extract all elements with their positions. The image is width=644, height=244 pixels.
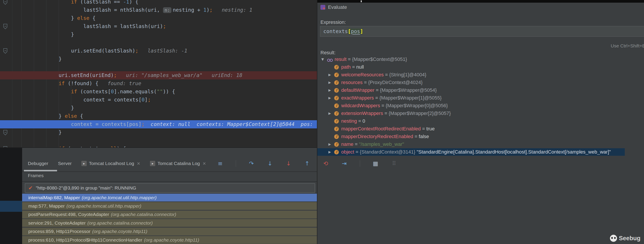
bookmark-icon[interactable] — [3, 48, 8, 55]
code-line[interactable]: } — [71, 104, 74, 112]
result-tree-row[interactable]: ▶fobject = {StandardContext@3141} "Stand… — [317, 148, 625, 156]
stack-frame-row[interactable]: service:291, CoyoteAdapter(org.apache.ca… — [22, 219, 317, 227]
code-line[interactable]: uri.setEnd(lastSlash); lastSlash: -1 — [71, 47, 187, 55]
close-icon[interactable]: ✕ — [137, 161, 140, 166]
frame-package: (org.apache.catalina.connector) — [87, 220, 152, 226]
code-token: uri.setEnd(uriEnd) — [58, 72, 114, 78]
code-line[interactable]: if (context != null) { — [58, 145, 126, 147]
close-icon[interactable]: ✕ — [202, 161, 206, 166]
result-tree-row[interactable]: ▼result = {Mapper$Context@5051} — [317, 56, 625, 63]
code-line[interactable]: lastSlash = nthSlash(uri, n:nesting + 1)… — [84, 6, 252, 14]
code-token: 0 — [111, 89, 114, 94]
drop-frame-icon[interactable]: ⟲ — [321, 160, 330, 167]
code-line[interactable]: } — [58, 55, 62, 63]
frame-package: (org.apache.coyote.http11) — [144, 237, 199, 243]
field-name: welcomeResources — [341, 72, 384, 78]
field-icon: f — [334, 119, 339, 123]
code-token: } — [58, 56, 62, 62]
stack-frame-row[interactable]: postParseRequest:498, CoyoteAdapter(org.… — [22, 211, 317, 218]
field-value: {Mapper$Wrapper[2]@5057} — [388, 111, 451, 116]
bookmark-icon[interactable] — [3, 24, 8, 30]
chevron-down-icon[interactable]: ▼ — [321, 57, 327, 61]
step-out-icon[interactable]: ↑ — [303, 160, 312, 167]
console-tab-icon: ▸ — [82, 161, 87, 166]
tab-tomcat-localhost-log[interactable]: ▸Tomcat Localhost Log✕ — [82, 161, 140, 166]
chevron-right-icon[interactable]: ▶ — [328, 73, 334, 77]
result-tree-row[interactable]: ▶fwelcomeResources = {String[1]@4004} — [317, 71, 625, 79]
stack-frame-row[interactable]: map:577, Mapper(org.apache.tomcat.util.h… — [22, 202, 317, 210]
field-icon: f — [334, 134, 339, 139]
divider — [22, 181, 317, 182]
code-line[interactable]: lastSlash = lastSlash(uri); — [84, 22, 166, 30]
field-icon: f — [334, 96, 339, 100]
code-line[interactable]: uri.setEnd(uriEnd); uri: "/samples_web_w… — [58, 71, 242, 79]
field-name: mapperDirectoryRedirectEnabled — [341, 134, 413, 139]
evaluation-result-icon — [327, 58, 333, 61]
step-into-icon[interactable]: ↓ — [266, 160, 274, 167]
result-tree-row[interactable]: ▶fexactWrappers = {Mapper$Wrapper[1]@505… — [317, 94, 625, 102]
code-line[interactable]: if (contexts[0].name.equals("")) { — [71, 88, 175, 96]
code-line[interactable]: context = contexts[pos]; context: null c… — [71, 120, 313, 128]
result-tree-row[interactable]: fpath = null — [317, 63, 625, 71]
tab-debugger[interactable]: Debugger — [28, 161, 48, 166]
stack-frame-row[interactable]: internalMap:682, Mapper(org.apache.tomca… — [22, 194, 317, 201]
code-line[interactable]: if (lastSlash == -1) { — [71, 0, 138, 6]
code-token: context = contexts[ — [84, 97, 142, 103]
bookmark-icon[interactable] — [3, 0, 8, 6]
evaluate-expression-icon[interactable]: ▦ — [371, 160, 380, 167]
result-tree-row[interactable]: fmapperDirectoryRedirectEnabled = false — [317, 133, 625, 140]
result-tree-row[interactable]: fwildcardWrappers = {Mapper$Wrapper[0]@5… — [317, 102, 625, 110]
stack-frame-row[interactable]: process:859, Http11Processor(org.apache.… — [22, 228, 317, 236]
frame-location: map:577, Mapper — [28, 203, 65, 209]
tab-tomcat-catalina-log[interactable]: ▸Tomcat Catalina Log✕ — [150, 161, 206, 166]
step-over-icon[interactable]: ↷ — [247, 160, 256, 167]
frame-package: (org.apache.tomcat.util.http.mapper) — [82, 195, 156, 200]
restore-layout-icon[interactable]: ≡ — [216, 160, 225, 167]
chevron-right-icon[interactable]: ▶ — [328, 96, 334, 100]
chevron-right-icon[interactable]: ▶ — [328, 88, 334, 92]
chevron-right-icon[interactable]: ▶ — [328, 150, 334, 154]
chevron-right-icon[interactable]: ▶ — [328, 112, 334, 115]
code-token: (!found) { — [68, 81, 98, 86]
coverage-grid-icon[interactable]: ⠿ — [390, 160, 398, 167]
code-line[interactable]: } else { — [71, 14, 96, 22]
equals-sign: = — [374, 95, 380, 101]
code-token: ; — [142, 121, 145, 127]
bookmark-icon[interactable] — [3, 146, 8, 147]
result-tree-row[interactable]: fnesting = 0 — [317, 117, 625, 125]
run-to-cursor-icon[interactable]: ⇥ — [340, 160, 349, 167]
field-value: {StandardContext@3141} — [360, 149, 417, 155]
code-line[interactable]: context = contexts[0]; — [84, 96, 151, 104]
code-token: )) { — [163, 89, 175, 94]
debug-ide-window: if (lastSlash == -1) {lastSlash = nthSla… — [0, 0, 644, 244]
code-token: } — [71, 31, 74, 37]
frames-section-label: Frames — [28, 173, 44, 178]
thread-running-check-icon: ✔ — [28, 185, 33, 191]
code-line[interactable]: } — [71, 30, 74, 39]
result-tree-row[interactable]: ▶fdefaultWrapper = {Mapper$Wrapper@5054} — [317, 87, 625, 94]
tab-server[interactable]: Server — [58, 161, 72, 166]
toolbar-separator — [360, 160, 360, 167]
equals-sign: = — [384, 72, 389, 78]
code-editor[interactable]: if (lastSlash == -1) {lastSlash = nthSla… — [0, 0, 317, 147]
thread-selector[interactable]: ✔ "http-8080-2"@3,890 in group "main": R… — [25, 183, 315, 193]
code-token: (lastSlash == — [80, 0, 123, 5]
result-tree-row[interactable]: ▶fextensionWrappers = {Mapper$Wrapper[2]… — [317, 110, 625, 117]
code-token: if — [58, 81, 68, 86]
result-tree-row[interactable]: ▶fname = "/samples_web_war" — [317, 140, 625, 148]
result-tree-row[interactable]: ▶fresources = {ProxyDirContext@4024} — [317, 79, 625, 86]
code-line[interactable]: } else { — [58, 112, 83, 120]
chevron-right-icon[interactable]: ▶ — [328, 81, 334, 85]
bookmark-icon[interactable] — [3, 130, 8, 136]
code-line[interactable]: if (!found) { found: true — [58, 79, 141, 88]
force-step-into-icon[interactable]: ↓ — [284, 160, 293, 167]
code-line[interactable]: } — [58, 128, 62, 136]
field-icon: f — [334, 88, 339, 93]
equals-sign: = — [374, 87, 380, 93]
stack-frame-row[interactable]: process:610, Http11Protocol$Http11Connec… — [22, 236, 317, 244]
code-token: (contexts[ — [80, 89, 111, 94]
code-token: context = contexts[pos] — [71, 121, 142, 127]
result-tree-row[interactable]: fmapperContextRootRedirectEnabled = true — [317, 125, 625, 132]
chevron-right-icon[interactable]: ▶ — [328, 142, 334, 146]
inline-debug-value: found: true — [98, 81, 141, 86]
